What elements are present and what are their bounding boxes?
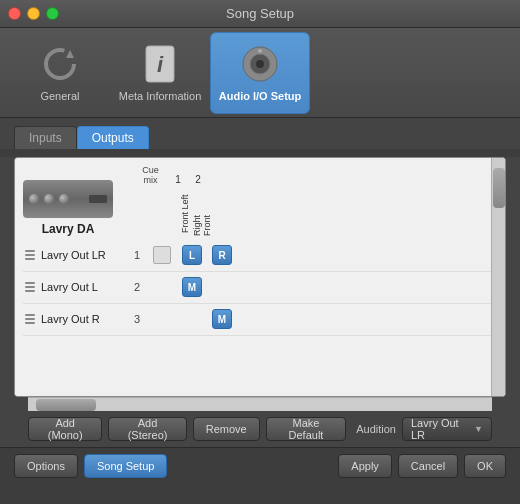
row-num-2: 3: [127, 313, 147, 325]
front-right-header: Front Right: [190, 194, 212, 236]
cue-mix-header: Cue mix: [133, 166, 168, 186]
row-ch2-1: [209, 277, 235, 297]
ch2-btn-2[interactable]: M: [212, 309, 232, 329]
row-num-1: 2: [127, 281, 147, 293]
general-label: General: [40, 90, 79, 103]
title-bar: Song Setup: [0, 0, 520, 28]
front-left-header: Front Left: [168, 194, 190, 236]
row-handle-0: [23, 250, 37, 260]
svg-point-7: [258, 49, 262, 53]
add-stereo-button[interactable]: Add (Stereo): [108, 417, 186, 441]
ok-button[interactable]: OK: [464, 454, 506, 478]
maximize-button[interactable]: [46, 7, 59, 20]
content-area: Lavry DA Cue mix 1 2: [0, 157, 520, 447]
row-name-1: Lavry Out L: [37, 281, 127, 293]
row-cue-2: [149, 309, 175, 329]
apply-button[interactable]: Apply: [338, 454, 392, 478]
device-image: Lavry DA: [23, 180, 113, 236]
footer: Options Song Setup Apply Cancel OK: [0, 447, 520, 484]
row-ch1-0[interactable]: L: [179, 245, 205, 265]
cue-empty-2: [152, 309, 172, 329]
toolbar-item-general[interactable]: General: [10, 32, 110, 114]
ch2-btn-0[interactable]: R: [212, 245, 232, 265]
audio-icon: [240, 44, 280, 84]
row-ch1-2: [179, 309, 205, 329]
ch1-empty-2: [182, 309, 202, 329]
dropdown-arrow-icon: ▼: [474, 424, 483, 434]
cue-empty-1: [152, 277, 172, 297]
row-num-0: 1: [127, 249, 147, 261]
options-button[interactable]: Options: [14, 454, 78, 478]
ch1-btn-1[interactable]: M: [182, 277, 202, 297]
row-ch1-1[interactable]: M: [179, 277, 205, 297]
svg-text:i: i: [157, 52, 164, 77]
table-row: Lavry Out L 2 M: [23, 272, 497, 304]
knob-1: [29, 194, 39, 204]
audition-dropdown[interactable]: Lavry Out LR ▼: [402, 417, 492, 441]
row-ch2-2[interactable]: M: [209, 309, 235, 329]
row-handle-1: [23, 282, 37, 292]
table-row: Lavry Out LR 1 L R: [23, 240, 497, 272]
row-name-2: Lavry Out R: [37, 313, 127, 325]
scroll-thumb-h[interactable]: [36, 399, 96, 411]
knob-2: [44, 194, 54, 204]
audition-label: Audition: [356, 423, 396, 435]
make-default-button[interactable]: Make Default: [266, 417, 346, 441]
output-rows: Lavry Out LR 1 L R: [15, 236, 505, 396]
window-title: Song Setup: [226, 6, 294, 21]
tab-inputs[interactable]: Inputs: [14, 126, 77, 149]
scrollbar-vertical[interactable]: [491, 158, 505, 396]
row-name-0: Lavry Out LR: [37, 249, 127, 261]
meta-label: Meta Information: [119, 90, 202, 103]
toolbar: General i Meta Information Audio I/O Set…: [0, 28, 520, 118]
row-handle-2: [23, 314, 37, 324]
scroll-thumb-v[interactable]: [493, 168, 505, 208]
minimize-button[interactable]: [27, 7, 40, 20]
add-mono-button[interactable]: Add (Mono): [28, 417, 102, 441]
table-row: Lavry Out R 3 M: [23, 304, 497, 336]
window-controls: [8, 7, 59, 20]
scrollbar-horizontal[interactable]: [28, 397, 492, 411]
song-setup-button[interactable]: Song Setup: [84, 454, 168, 478]
close-button[interactable]: [8, 7, 21, 20]
svg-point-6: [256, 60, 264, 68]
row-cue-1: [149, 277, 175, 297]
audio-label: Audio I/O Setup: [219, 90, 302, 103]
device-name: Lavry DA: [42, 222, 95, 236]
row-cue-0[interactable]: [149, 245, 175, 265]
ch2-empty-1: [212, 277, 232, 297]
toolbar-item-meta[interactable]: i Meta Information: [110, 32, 210, 114]
ch1-num-header: 1: [168, 172, 188, 186]
row-ch2-0[interactable]: R: [209, 245, 235, 265]
remove-button[interactable]: Remove: [193, 417, 260, 441]
bottom-toolbar: Add (Mono) Add (Stereo) Remove Make Defa…: [14, 411, 506, 447]
ch1-btn-0[interactable]: L: [182, 245, 202, 265]
ch2-num-header: 2: [188, 172, 208, 186]
device-panel: Lavry DA Cue mix 1 2: [14, 157, 506, 397]
tabs-row: Inputs Outputs: [0, 118, 520, 149]
svg-marker-1: [66, 50, 74, 58]
tab-outputs[interactable]: Outputs: [77, 126, 149, 149]
device-img: [23, 180, 113, 218]
meta-icon: i: [140, 44, 180, 84]
audition-value: Lavry Out LR: [411, 417, 468, 441]
general-icon: [40, 44, 80, 84]
toolbar-item-audio[interactable]: Audio I/O Setup: [210, 32, 310, 114]
cancel-button[interactable]: Cancel: [398, 454, 458, 478]
knob-3: [59, 194, 69, 204]
cue-checkbox-0[interactable]: [153, 246, 171, 264]
